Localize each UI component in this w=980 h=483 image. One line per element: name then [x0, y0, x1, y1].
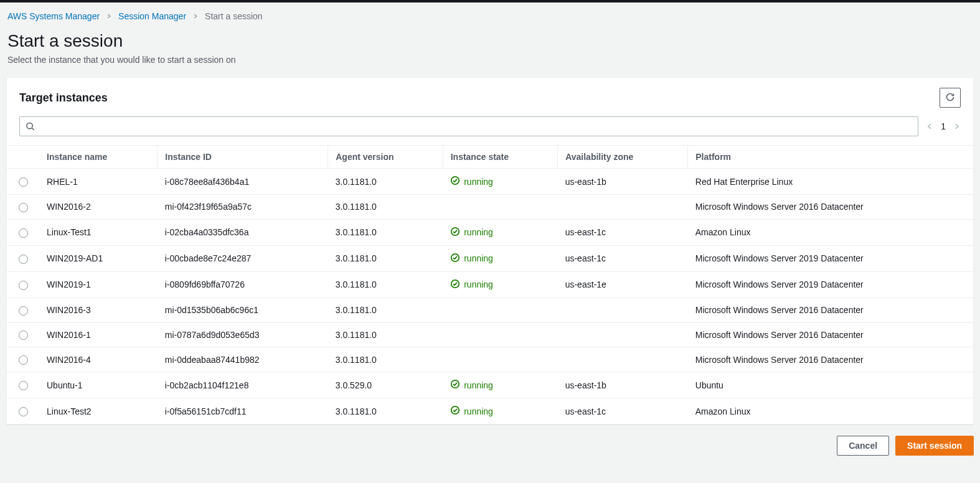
row-select-cell [7, 195, 39, 220]
row-select-cell [7, 219, 39, 245]
instance-id-cell: i-08c78ee8af436b4a1 [158, 169, 328, 195]
row-select-cell [7, 322, 39, 347]
status-badge: running [450, 379, 493, 391]
refresh-button[interactable] [940, 88, 961, 108]
instance-state-cell: running [443, 169, 557, 195]
filter-row: 1 [7, 110, 973, 145]
status-text: running [464, 380, 493, 390]
instance-name-cell: Linux-Test2 [39, 398, 158, 424]
chevron-right-icon [192, 13, 199, 19]
row-select-cell [7, 271, 39, 298]
availability-zone-cell [558, 298, 688, 322]
status-text: running [464, 279, 493, 289]
row-select-radio[interactable] [19, 203, 28, 212]
agent-version-cell: 3.0.1181.0 [328, 169, 443, 195]
agent-version-cell: 3.0.1181.0 [328, 271, 443, 298]
column-header-instance-state[interactable]: Instance state [443, 146, 557, 169]
column-header-agent-version[interactable]: Agent version [328, 146, 443, 169]
platform-cell: Microsoft Windows Server 2016 Datacenter [688, 195, 973, 220]
instance-state-cell: running [443, 245, 557, 271]
row-select-radio[interactable] [19, 381, 28, 390]
agent-version-cell: 3.0.1181.0 [328, 347, 443, 372]
table-row[interactable]: WIN2019-1i-0809fd69bffa707263.0.1181.0ru… [7, 271, 973, 298]
availability-zone-cell [558, 347, 688, 372]
instance-id-cell: mi-0f423f19f65a9a57c [158, 195, 328, 220]
instance-id-cell: i-02cba4a0335dfc36a [158, 219, 328, 245]
check-circle-icon [450, 253, 460, 265]
table-row[interactable]: Ubuntu-1i-0cb2acb1104f121e83.0.529.0runn… [7, 372, 973, 398]
availability-zone-cell: us-east-1b [558, 169, 688, 195]
row-select-cell [7, 169, 39, 195]
instance-name-cell: WIN2016-4 [39, 347, 158, 372]
svg-point-0 [27, 123, 32, 128]
status-badge: running [450, 227, 493, 238]
page-prev-button[interactable] [926, 123, 933, 130]
table-row[interactable]: WIN2016-1mi-0787a6d9d053e65d33.0.1181.0M… [7, 322, 973, 347]
agent-version-cell: 3.0.1181.0 [328, 219, 443, 245]
table-row[interactable]: Linux-Test1i-02cba4a0335dfc36a3.0.1181.0… [7, 219, 973, 245]
availability-zone-cell: us-east-1c [558, 245, 688, 271]
instance-id-cell: mi-0787a6d9d053e65d3 [158, 322, 328, 347]
table-row[interactable]: WIN2016-2mi-0f423f19f65a9a57c3.0.1181.0M… [7, 195, 973, 220]
row-select-radio[interactable] [19, 255, 28, 264]
agent-version-cell: 3.0.1181.0 [328, 245, 443, 271]
status-badge: running [450, 405, 493, 417]
pagination: 1 [926, 121, 961, 131]
search-wrapper [19, 116, 918, 136]
row-select-cell [7, 245, 39, 271]
platform-cell: Microsoft Windows Server 2019 Datacenter [688, 271, 973, 298]
row-select-cell [7, 372, 39, 398]
column-header-instance-name[interactable]: Instance name [39, 146, 158, 169]
table-row[interactable]: RHEL-1i-08c78ee8af436b4a13.0.1181.0runni… [7, 169, 973, 195]
search-input[interactable] [19, 116, 918, 136]
platform-cell: Microsoft Windows Server 2016 Datacenter [688, 347, 973, 372]
column-header-availability-zone[interactable]: Availability zone [558, 146, 688, 169]
platform-cell: Microsoft Windows Server 2016 Datacenter [688, 322, 973, 347]
instance-name-cell: WIN2016-3 [39, 298, 158, 322]
start-session-button[interactable]: Start session [895, 436, 974, 456]
row-select-radio[interactable] [19, 407, 28, 416]
platform-cell: Ubuntu [688, 372, 973, 398]
row-select-radio[interactable] [19, 331, 28, 340]
page-header: Start a session Select the instance that… [0, 29, 980, 72]
table-row[interactable]: WIN2016-3mi-0d1535b06ab6c96c13.0.1181.0M… [7, 298, 973, 322]
agent-version-cell: 3.0.1181.0 [328, 195, 443, 220]
instance-id-cell: i-0809fd69bffa70726 [158, 271, 328, 298]
table-row[interactable]: WIN2016-4mi-0ddeabaa87441b9823.0.1181.0M… [7, 347, 973, 372]
status-badge: running [450, 279, 493, 291]
chevron-right-icon [106, 13, 112, 19]
check-circle-icon [450, 279, 460, 291]
row-select-radio[interactable] [19, 177, 28, 187]
platform-cell: Red Hat Enterprise Linux [688, 169, 973, 195]
row-select-radio[interactable] [19, 281, 28, 290]
column-header-platform[interactable]: Platform [688, 146, 973, 169]
instance-state-cell: running [443, 372, 557, 398]
cancel-button[interactable]: Cancel [837, 436, 889, 456]
table-row[interactable]: Linux-Test2i-0f5a56151cb7cdf113.0.1181.0… [7, 398, 973, 424]
platform-cell: Amazon Linux [688, 398, 973, 424]
instance-state-cell [443, 322, 557, 347]
instance-state-cell [443, 298, 557, 322]
platform-cell: Amazon Linux [688, 219, 973, 245]
table-row[interactable]: WIN2019-AD1i-00cbade8e7c24e2873.0.1181.0… [7, 245, 973, 271]
platform-cell: Microsoft Windows Server 2016 Datacenter [688, 298, 973, 322]
page-subtitle: Select the instance that you would like … [7, 55, 973, 65]
availability-zone-cell: us-east-1b [558, 372, 688, 398]
refresh-icon [945, 92, 955, 104]
row-select-radio[interactable] [19, 355, 28, 365]
column-header-select [7, 146, 39, 169]
breadcrumb-link-session-manager[interactable]: Session Manager [118, 11, 186, 21]
breadcrumb: AWS Systems Manager Session Manager Star… [0, 2, 980, 29]
availability-zone-cell: us-east-1e [558, 271, 688, 298]
check-circle-icon [450, 227, 460, 238]
row-select-radio[interactable] [19, 228, 28, 238]
row-select-radio[interactable] [19, 306, 28, 316]
column-header-instance-id[interactable]: Instance ID [158, 146, 328, 169]
agent-version-cell: 3.0.1181.0 [328, 322, 443, 347]
instance-id-cell: mi-0ddeabaa87441b982 [158, 347, 328, 372]
breadcrumb-link-systems-manager[interactable]: AWS Systems Manager [7, 11, 100, 21]
instance-name-cell: RHEL-1 [39, 169, 158, 195]
instance-state-cell: running [443, 271, 557, 298]
instance-name-cell: WIN2016-2 [39, 195, 158, 220]
page-next-button[interactable] [953, 123, 961, 130]
